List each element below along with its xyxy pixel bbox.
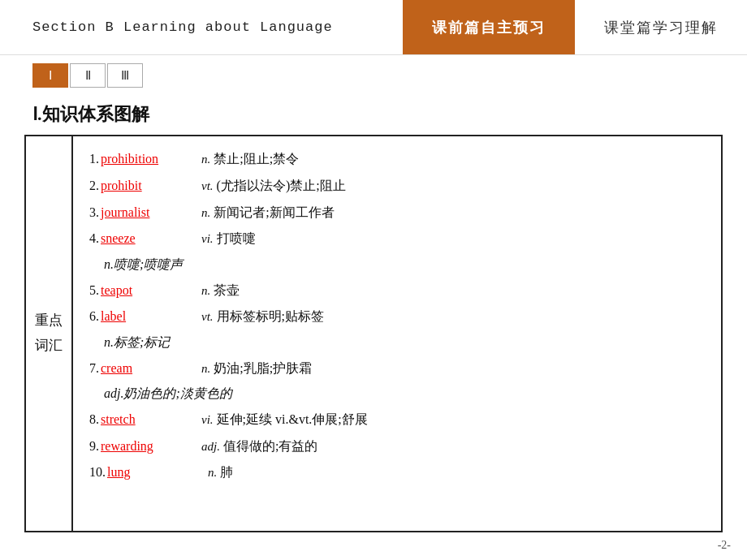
vocab-item-line: 3.journalistn.新闻记者;新闻工作者 bbox=[89, 200, 705, 226]
vocab-item: 10.lungn.肺 bbox=[89, 459, 705, 486]
header: Section B Learning about Language 课前篇自主预… bbox=[0, 0, 747, 55]
vocab-pos: n. bbox=[201, 278, 210, 304]
vocab-item: 7.creamn.奶油;乳脂;护肤霜adj.奶油色的;淡黄色的 bbox=[89, 355, 705, 407]
vocab-pos: vt. bbox=[201, 174, 214, 199]
vocab-word: rewarding bbox=[101, 433, 198, 460]
page-number: -2- bbox=[718, 539, 731, 552]
vocab-pos: n. bbox=[201, 356, 210, 381]
vocab-def: 茶壶 bbox=[214, 278, 240, 304]
vocab-num: 4. bbox=[89, 226, 99, 252]
vocab-word: prohibition bbox=[101, 146, 198, 173]
vocab-item: 4.sneezevi.打喷嚏n.喷嚏;喷嚏声 bbox=[89, 226, 705, 277]
section-title: Ⅰ.知识体系图解 bbox=[0, 96, 747, 135]
vocab-item: 2.prohibitvt.(尤指以法令)禁止;阻止 bbox=[89, 173, 705, 200]
vocab-item-line: 9.rewardingadj.值得做的;有益的 bbox=[89, 433, 705, 460]
subtab-3[interactable]: Ⅲ bbox=[107, 63, 143, 88]
vocab-def: 奶油;乳脂;护肤霜 bbox=[214, 355, 312, 382]
vocab-num: 7. bbox=[89, 355, 99, 382]
vocab-item-line: 7.creamn.奶油;乳脂;护肤霜 bbox=[89, 355, 705, 382]
vocab-def: 禁止;阻止;禁令 bbox=[214, 146, 299, 173]
vocab-item-line: 4.sneezevi.打喷嚏 bbox=[89, 226, 705, 252]
subtab-1[interactable]: Ⅰ bbox=[32, 63, 68, 88]
vocab-word: stretch bbox=[101, 407, 198, 433]
header-title: Section B Learning about Language bbox=[0, 0, 403, 54]
vocab-def: 新闻记者;新闻工作者 bbox=[214, 200, 334, 226]
vocab-num: 2. bbox=[89, 173, 99, 200]
vocab-num: 10. bbox=[89, 459, 106, 486]
tab-preview[interactable]: 课前篇自主预习 bbox=[403, 0, 575, 54]
vocab-def: 用标签标明;贴标签 bbox=[217, 304, 324, 330]
tab-classroom[interactable]: 课堂篇学习理解 bbox=[575, 0, 747, 54]
vocab-word: cream bbox=[101, 355, 198, 382]
vocab-num: 8. bbox=[89, 407, 99, 433]
vocab-item: 6.labelvt.用标签标明;贴标签n.标签;标记 bbox=[89, 304, 705, 355]
vocab-item: 5.teapotn.茶壶 bbox=[89, 278, 705, 304]
vocab-item-line: 5.teapotn.茶壶 bbox=[89, 278, 705, 304]
vocab-subline: n.喷嚏;喷嚏声 bbox=[89, 252, 705, 277]
vocab-def: 打喷嚏 bbox=[217, 226, 256, 252]
vocab-word: prohibit bbox=[101, 173, 198, 200]
vocab-item: 9.rewardingadj.值得做的;有益的 bbox=[89, 433, 705, 460]
vocab-subline: n.标签;标记 bbox=[89, 330, 705, 355]
vocab-num: 1. bbox=[89, 146, 99, 173]
vocab-def: 肺 bbox=[220, 459, 233, 486]
vocab-num: 9. bbox=[89, 433, 99, 460]
vocab-def: 值得做的;有益的 bbox=[223, 433, 317, 460]
vocab-pos: n. bbox=[201, 147, 210, 172]
vocab-pos: vi. bbox=[201, 226, 214, 252]
vocab-item: 1.prohibitionn. 禁止;阻止;禁令 bbox=[89, 146, 705, 173]
vocab-item: 3.journalistn.新闻记者;新闻工作者 bbox=[89, 200, 705, 226]
left-label: 重点词汇 bbox=[26, 136, 73, 531]
vocab-pos: n. bbox=[201, 200, 210, 226]
vocab-def: (尤指以法令)禁止;阻止 bbox=[217, 173, 346, 200]
vocab-num: 5. bbox=[89, 278, 99, 304]
vocab-pos: adj. bbox=[201, 434, 220, 459]
vocab-word: lung bbox=[107, 459, 205, 486]
vocab-pos: vt. bbox=[201, 304, 214, 330]
vocab-item-line: 10.lungn.肺 bbox=[89, 459, 705, 486]
vocab-word: label bbox=[101, 304, 198, 330]
vocab-item-line: 6.labelvt.用标签标明;贴标签 bbox=[89, 304, 705, 330]
vocab-num: 6. bbox=[89, 304, 99, 330]
vocab-list: 1.prohibitionn. 禁止;阻止;禁令2.prohibitvt.(尤指… bbox=[73, 136, 721, 531]
vocab-item: 8.stretchvi.延伸;延续 vi.&vt.伸展;舒展 bbox=[89, 407, 705, 433]
vocab-word: teapot bbox=[101, 278, 198, 304]
subtab-2[interactable]: Ⅱ bbox=[70, 63, 106, 88]
vocab-pos: n. bbox=[208, 460, 217, 485]
vocab-item-line: 1.prohibitionn. 禁止;阻止;禁令 bbox=[89, 146, 705, 173]
content-box: 重点词汇 1.prohibitionn. 禁止;阻止;禁令2.prohibitv… bbox=[24, 135, 723, 532]
vocab-pos: vi. bbox=[201, 407, 214, 433]
vocab-def: 延伸;延续 vi.&vt.伸展;舒展 bbox=[217, 407, 368, 433]
vocab-item-line: 2.prohibitvt.(尤指以法令)禁止;阻止 bbox=[89, 173, 705, 200]
vocab-word: journalist bbox=[101, 200, 198, 226]
vocab-subline: adj.奶油色的;淡黄色的 bbox=[89, 381, 705, 406]
vocab-word: sneeze bbox=[101, 226, 198, 252]
vocab-item-line: 8.stretchvi.延伸;延续 vi.&vt.伸展;舒展 bbox=[89, 407, 705, 433]
vocab-num: 3. bbox=[89, 200, 99, 226]
sub-tabs: Ⅰ Ⅱ Ⅲ bbox=[0, 55, 747, 96]
